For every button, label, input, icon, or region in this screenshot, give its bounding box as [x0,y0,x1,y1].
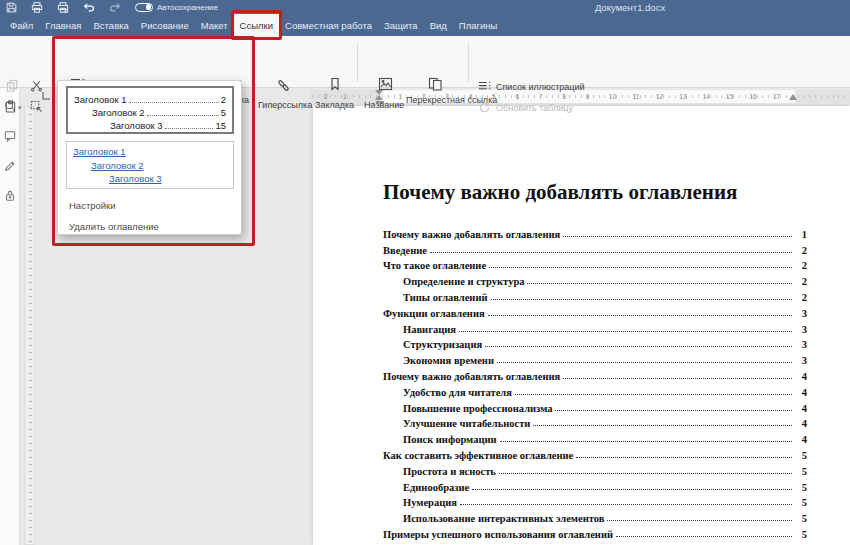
toc-entry[interactable]: Как составить эффективное оглавление 5 [383,445,807,461]
ruler-number: 14 [703,93,710,100]
autosave-control[interactable]: Автосохранение [135,3,218,12]
toc-link-text: Заголовок 2 [91,160,144,171]
ribbon-separator [252,42,253,82]
quick-print-icon[interactable] [57,2,69,13]
toc-settings-item[interactable]: Настройки [69,200,116,211]
toc-leader-dots [527,283,792,284]
toc-entry[interactable]: Навигация 3 [383,319,807,335]
toc-entry[interactable]: Нумерация 5 [383,493,807,509]
toc-entry-text: Функции оглавления [383,308,485,319]
ribbon-separator [468,42,469,82]
document-heading[interactable]: Почему важно добавлять оглавления [383,180,737,205]
menu-tab[interactable]: Файл [4,14,39,36]
toc-preview-row: Заголовок 3 15 [74,118,226,131]
menu-tab[interactable]: Рисование [135,14,195,36]
paste-icon[interactable] [4,100,17,113]
lock-icon[interactable] [4,188,16,206]
toc-entry[interactable]: Почему важно добавлять оглавления 4 [383,366,807,382]
toc-entry-text: Почему важно добавлять оглавления [383,371,560,382]
toc-style-classic-option[interactable]: Заголовок 1 2 Заголовок 2 5 Заголовок 3 … [66,86,234,134]
toc-entry[interactable]: Введение 2 [383,240,807,256]
toc-entry[interactable]: Определение и структура 2 [383,271,807,287]
chevron-down-icon[interactable]: ▾ [18,104,22,112]
menu-tab[interactable]: Плагины [453,14,504,36]
toc-leader-dots [616,536,792,537]
tab-stop-selector-icon[interactable] [42,92,50,100]
toc-entry-page: 3 [795,339,807,350]
autosave-toggle-icon[interactable] [135,3,153,12]
hanging-indent-marker[interactable] [375,95,383,100]
menu-tab[interactable]: Совместная работа [279,14,378,36]
toc-entry-page: 5 [795,529,807,540]
ruler-number: 11 [633,93,640,100]
toc-preview-dots [129,102,219,103]
toc-entry[interactable]: Что такое оглавление 2 [383,256,807,272]
document-page[interactable]: Почему важно добавлять оглавления Почему… [313,106,850,545]
toc-entry[interactable]: Функции оглавления 3 [383,303,807,319]
document-toc: Почему важно добавлять оглавления 1 Введ… [383,224,807,540]
left-indent-marker[interactable] [376,101,384,104]
caption-label: Название [364,100,404,110]
ruler-number: 7 [539,93,543,100]
right-indent-marker[interactable] [789,94,797,100]
cross-reference-label: Перекрестная ссылка [406,96,464,106]
toc-entry[interactable]: Использование интерактивных элементов 5 [383,508,807,524]
toc-entry[interactable]: Удобство для читателя 4 [383,382,807,398]
toc-entry-text: Введение [383,245,427,256]
toc-entry[interactable]: Структуризация 3 [383,335,807,351]
toc-entry-page: 5 [795,466,807,477]
toc-entry[interactable]: Экономия времени 3 [383,350,807,366]
ruler-ticks [312,95,848,98]
save-icon[interactable] [6,2,17,13]
copy-icon[interactable] [6,79,19,92]
toc-entry-page: 4 [795,434,807,445]
toc-entry-text: Единообразие [403,482,469,493]
toc-entry-text: Как составить эффективное оглавление [383,450,573,461]
toc-entry-page: 5 [795,450,807,461]
toc-entry[interactable]: Простота и ясность 5 [383,461,807,477]
left-sidebar [0,88,20,545]
menu-tab[interactable]: Главная [39,14,87,36]
select-icon[interactable] [30,100,43,113]
menu-tab[interactable]: Вставка [88,14,135,36]
toc-entry-text: Нумерация [403,497,457,508]
toc-entry[interactable]: Типы оглавлений 2 [383,287,807,303]
toc-entry-page: 4 [795,403,807,414]
menu-tab[interactable]: Защита [378,14,424,36]
redo-icon[interactable] [109,2,121,12]
vertical-ruler[interactable] [24,106,35,545]
ruler-number: 17 [773,93,780,100]
toc-entry[interactable]: Повышение профессионализма 4 [383,398,807,414]
ruler-number: 1 [399,93,403,100]
toc-entry-page: 2 [795,292,807,303]
toc-leader-dots [533,425,792,426]
undo-icon[interactable] [83,2,95,12]
toc-preview-dots [147,115,219,116]
menu-tab[interactable]: Ссылки [234,14,279,36]
toc-leader-dots [460,504,792,505]
toc-entry[interactable]: Улучшение читабельности 4 [383,414,807,430]
toc-preview-page: 2 [221,94,226,105]
review-pen-icon[interactable] [4,158,16,176]
toc-leader-dots [472,489,792,490]
toc-entry-text: Что такое оглавление [383,260,486,271]
toc-leader-dots [576,457,792,458]
menu-tab[interactable]: Макет [195,14,234,36]
toc-style-links-option[interactable]: Заголовок 1 Заголовок 2 Заголовок 3 [66,141,234,189]
toc-entry[interactable]: Почему важно добавлять оглавления 1 [383,224,807,240]
toc-entry-text: Типы оглавлений [403,292,488,303]
ruler-number: 1 [343,93,347,100]
toc-leader-dots [488,315,792,316]
toc-entry[interactable]: Поиск информации 4 [383,429,807,445]
toc-entry[interactable]: Единообразие 5 [383,477,807,493]
comments-icon[interactable] [4,128,16,146]
print-icon[interactable] [31,2,43,13]
toc-leader-dots [491,299,792,300]
cut-icon[interactable] [30,79,43,92]
toc-remove-item[interactable]: Удалить оглавление [69,221,159,232]
toc-entry[interactable]: Примеры успешного использования оглавлен… [383,524,807,540]
bookmark-icon [329,77,341,91]
menu-tab[interactable]: Вид [424,14,453,36]
toc-leader-dots [515,394,792,395]
title-bar: Автосохранение Документ1.docx [0,0,850,14]
